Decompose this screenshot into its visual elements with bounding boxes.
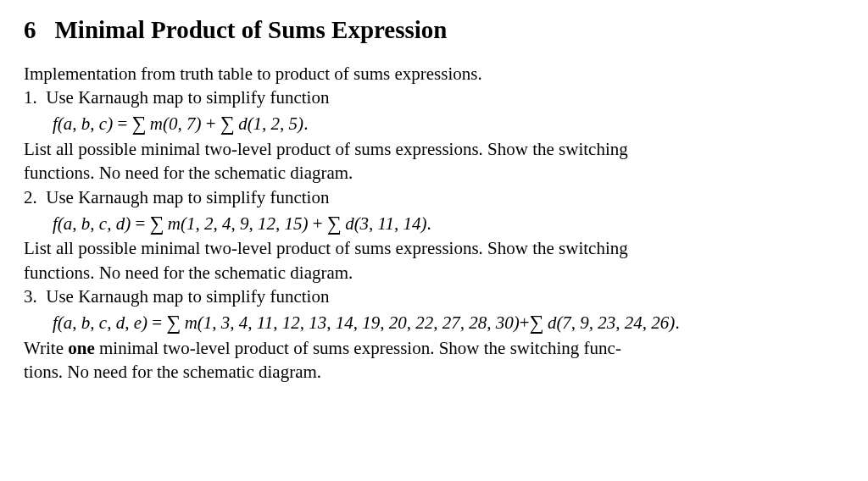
sigma-icon: ∑ [132, 113, 147, 135]
q3-tail-a2: minimal two-level product of sums expres… [95, 338, 621, 358]
plus: + [308, 213, 326, 234]
q3-number: 3. [24, 286, 37, 307]
eq: = [147, 312, 166, 333]
sigma-icon: ∑ [220, 113, 235, 135]
q3-tail-bold: one [68, 338, 95, 358]
q2-tail-b: functions. No need for the schematic dia… [24, 261, 844, 285]
plus-no-space: + [520, 312, 530, 333]
q3-mlist: m(1, 3, 4, 11, 12, 13, 14, 19, 20, 22, 2… [185, 312, 520, 333]
q3-lead-text: Use Karnaugh map to simplify function [46, 286, 329, 307]
sigma-icon: ∑ [166, 312, 181, 334]
q3-dlist: d(7, 9, 23, 24, 26) [548, 312, 676, 333]
dot: . [303, 113, 308, 134]
q3-tail-a: Write [24, 338, 68, 358]
plus: + [201, 113, 220, 134]
sigma-icon: ∑ [530, 312, 544, 334]
section-heading: 6Minimal Product of Sums Expression [24, 15, 844, 45]
eq: = [113, 113, 131, 134]
body-text: Implementation from truth table to produ… [24, 62, 844, 384]
q2-lead: 2. Use Karnaugh map to simplify function [24, 185, 844, 209]
q1-fn-lhs: f(a, b, c) [53, 113, 113, 134]
q2-mlist: m(1, 2, 4, 9, 12, 15) [168, 213, 309, 234]
dot: . [675, 312, 679, 333]
q2-tail-a: List all possible minimal two-level prod… [24, 236, 844, 260]
q3-tail-b: tions. No need for the schematic diagram… [24, 360, 844, 384]
q1-mlist: m(0, 7) [150, 113, 202, 134]
q2-fn-lhs: f(a, b, c, d) [53, 213, 131, 234]
q2-fn: f(a, b, c, d) = ∑ m(1, 2, 4, 9, 12, 15) … [24, 209, 844, 236]
q1-lead: 1. Use Karnaugh map to simplify function [24, 86, 844, 109]
q2-lead-text: Use Karnaugh map to simplify function [46, 187, 329, 207]
page: 6Minimal Product of Sums Expression Impl… [0, 0, 868, 384]
q2-dlist: d(3, 11, 14) [345, 213, 426, 234]
eq: = [131, 213, 149, 234]
q1-fn: f(a, b, c) = ∑ m(0, 7) + ∑ d(1, 2, 5). [24, 109, 844, 136]
intro-line: Implementation from truth table to produ… [24, 62, 844, 86]
q3-lead: 3. Use Karnaugh map to simplify function [24, 285, 844, 308]
q1-number: 1. [24, 87, 37, 108]
dot: . [427, 213, 431, 234]
q1-tail-a: List all possible minimal two-level prod… [24, 137, 844, 161]
sigma-icon: ∑ [327, 213, 342, 235]
q3-tail-a-line: Write one minimal two-level product of s… [24, 336, 844, 360]
sigma-icon: ∑ [150, 213, 164, 235]
q2-number: 2. [24, 187, 37, 207]
q1-tail-b: functions. No need for the schematic dia… [24, 161, 844, 185]
q1-lead-text: Use Karnaugh map to simplify function [46, 87, 329, 108]
section-number: 6 [24, 15, 36, 45]
section-title: Minimal Product of Sums Expression [55, 16, 448, 43]
q1-dlist: d(1, 2, 5) [238, 113, 303, 134]
q3-fn: f(a, b, c, d, e) = ∑ m(1, 3, 4, 11, 12, … [24, 308, 844, 335]
q3-fn-lhs: f(a, b, c, d, e) [53, 312, 147, 333]
